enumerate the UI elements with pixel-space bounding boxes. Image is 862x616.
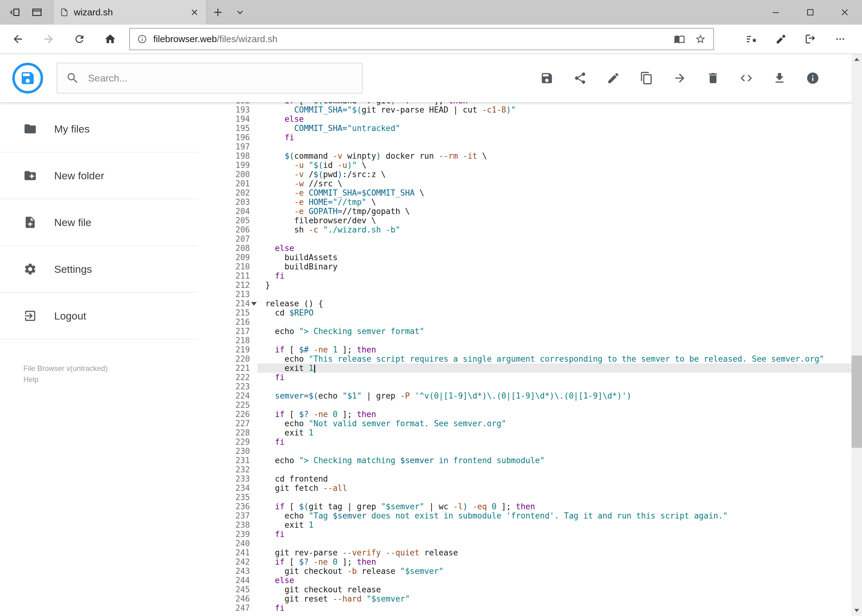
- code-line-247[interactable]: 247 fi: [198, 603, 862, 613]
- code-line-192[interactable]: 192 if [ "$(command -v git)" != "" ]; th…: [198, 102, 862, 105]
- site-info-icon[interactable]: [137, 34, 147, 44]
- web-note-pen-icon[interactable]: [774, 32, 788, 46]
- code-line-241[interactable]: 241 git rev-parse --verify --quiet relea…: [198, 548, 862, 557]
- copy-button[interactable]: [639, 71, 654, 85]
- code-line-211[interactable]: 211 fi: [198, 271, 862, 280]
- code-line-203[interactable]: 203 -e HOME="//tmp" \: [198, 198, 862, 207]
- code-line-195[interactable]: 195 COMMIT_SHA="untracked": [198, 124, 862, 133]
- share-icon[interactable]: [804, 32, 817, 46]
- code-button[interactable]: [739, 71, 754, 85]
- code-line-194[interactable]: 194 else: [198, 115, 862, 124]
- code-line-234[interactable]: 234 git fetch --all: [198, 484, 862, 493]
- info-button[interactable]: [805, 71, 820, 85]
- code-line-216[interactable]: 216: [198, 317, 862, 327]
- code-line-193[interactable]: 193 COMMIT_SHA="$(git rev-parse HEAD | c…: [198, 105, 862, 115]
- code-line-207[interactable]: 207: [198, 234, 862, 244]
- code-line-205[interactable]: 205 filebrowser/dev \: [198, 216, 862, 225]
- sidebar-item-logout[interactable]: Logout: [0, 293, 198, 339]
- maximize-button[interactable]: [793, 0, 827, 25]
- code-line-223[interactable]: 223: [198, 382, 862, 391]
- code-line-228[interactable]: 228 exit 1: [198, 428, 862, 437]
- code-line-208[interactable]: 208 else: [198, 244, 862, 253]
- scroll-down-icon[interactable]: [851, 605, 862, 616]
- share-button[interactable]: [573, 71, 588, 85]
- code-line-242[interactable]: 242 if [ $? -ne 0 ]; then: [198, 557, 862, 566]
- code-line-225[interactable]: 225: [198, 401, 862, 410]
- code-line-218[interactable]: 218: [198, 336, 862, 345]
- favorite-star-icon[interactable]: [695, 33, 706, 45]
- back-icon[interactable]: [2, 25, 33, 53]
- tab-close-icon[interactable]: [189, 7, 200, 18]
- code-line-198[interactable]: 198 $(command -v winpty) docker run --rm…: [198, 151, 862, 160]
- edit-button[interactable]: [606, 71, 621, 85]
- code-line-210[interactable]: 210 buildBinary: [198, 262, 862, 271]
- code-line-219[interactable]: 219 if [ $# -ne 1 ]; then: [198, 345, 862, 354]
- page-scrollbar[interactable]: [851, 54, 862, 616]
- tab-preview-chevron-icon[interactable]: [229, 0, 251, 25]
- forward-icon[interactable]: [33, 25, 64, 53]
- code-line-229[interactable]: 229 fi: [198, 437, 862, 446]
- code-line-240[interactable]: 240: [198, 539, 862, 548]
- url-text[interactable]: filebrowser.web/files/wizard.sh: [153, 34, 277, 44]
- help-link[interactable]: Help: [24, 374, 198, 385]
- delete-button[interactable]: [706, 71, 720, 85]
- code-line-237[interactable]: 237 echo "Tag $semver does not exist in …: [198, 511, 862, 520]
- code-line-197[interactable]: 197: [198, 142, 862, 151]
- code-line-226[interactable]: 226 if [ $? -ne 0 ]; then: [198, 410, 862, 419]
- code-line-246[interactable]: 246 git reset --hard "$semver": [198, 594, 862, 603]
- scroll-thumb[interactable]: [851, 355, 862, 448]
- code-line-243[interactable]: 243 git checkout -b release "$semver": [198, 566, 862, 576]
- more-options-icon[interactable]: [834, 32, 847, 46]
- code-line-202[interactable]: 202 -e COMMIT_SHA=$COMMIT_SHA \: [198, 188, 862, 198]
- code-line-231[interactable]: 231 echo "> Checking matching $semver in…: [198, 456, 862, 465]
- code-line-212[interactable]: 212}: [198, 280, 862, 290]
- address-bar[interactable]: filebrowser.web/files/wizard.sh: [129, 28, 714, 50]
- code-line-196[interactable]: 196 fi: [198, 133, 862, 142]
- tabs-set-aside-icon[interactable]: [4, 0, 26, 25]
- sidebar-item-new-folder[interactable]: New folder: [0, 152, 198, 199]
- code-line-221[interactable]: 221 exit 1: [198, 363, 862, 373]
- code-line-238[interactable]: 238 exit 1: [198, 520, 862, 530]
- code-line-230[interactable]: 230: [198, 446, 862, 456]
- scroll-up-icon[interactable]: [851, 54, 862, 64]
- save-button[interactable]: [539, 71, 554, 85]
- code-line-222[interactable]: 222 fi: [198, 373, 862, 382]
- sidebar-item-new-file[interactable]: New file: [0, 199, 198, 246]
- move-button[interactable]: [673, 71, 687, 85]
- code-line-213[interactable]: 213: [198, 290, 862, 299]
- close-window-button[interactable]: [827, 0, 862, 25]
- code-editor[interactable]: 192 if [ "$(command -v git)" != "" ]; th…: [198, 102, 862, 616]
- download-button[interactable]: [772, 71, 787, 85]
- code-line-215[interactable]: 215 cd $REPO: [198, 308, 862, 317]
- code-line-214[interactable]: 214release () {: [198, 299, 862, 308]
- hub-favorites-icon[interactable]: [745, 32, 758, 46]
- code-line-224[interactable]: 224 semver=$(echo "$1" | grep -P '^v(0|[…: [198, 391, 862, 401]
- code-line-217[interactable]: 217 echo "> Checking semver format": [198, 327, 862, 336]
- code-line-244[interactable]: 244 else: [198, 576, 862, 585]
- code-line-233[interactable]: 233 cd frontend: [198, 474, 862, 484]
- code-line-235[interactable]: 235: [198, 493, 862, 502]
- reading-view-icon[interactable]: [674, 33, 685, 45]
- code-line-220[interactable]: 220 echo "This release script requires a…: [198, 354, 862, 363]
- code-line-209[interactable]: 209 buildAssets: [198, 253, 862, 262]
- search-box[interactable]: [57, 63, 362, 93]
- refresh-icon[interactable]: [64, 25, 95, 53]
- code-line-201[interactable]: 201 -w //src \: [198, 179, 862, 188]
- new-tab-button[interactable]: [207, 0, 229, 25]
- code-line-204[interactable]: 204 -e GOPATH=//tmp/gopath \: [198, 207, 862, 216]
- minimize-button[interactable]: [759, 0, 793, 25]
- sidebar-item-my-files[interactable]: My files: [0, 106, 198, 152]
- code-line-232[interactable]: 232: [198, 465, 862, 474]
- sidebar-item-settings[interactable]: Settings: [0, 246, 198, 293]
- code-line-199[interactable]: 199 -u "$(id -u)" \: [198, 160, 862, 170]
- fold-arrow-icon[interactable]: [251, 302, 257, 306]
- search-input[interactable]: [88, 72, 353, 84]
- home-icon[interactable]: [95, 25, 126, 53]
- code-line-245[interactable]: 245 git checkout release: [198, 585, 862, 594]
- code-line-227[interactable]: 227 echo "Not valid semver format. See s…: [198, 419, 862, 428]
- browser-tab[interactable]: wizard.sh: [53, 0, 207, 25]
- tab-preview-panel-icon[interactable]: [26, 0, 48, 25]
- code-line-200[interactable]: 200 -v /$(pwd):/src:z \: [198, 170, 862, 179]
- code-line-239[interactable]: 239 fi: [198, 530, 862, 539]
- code-line-206[interactable]: 206 sh -c "./wizard.sh -b": [198, 225, 862, 234]
